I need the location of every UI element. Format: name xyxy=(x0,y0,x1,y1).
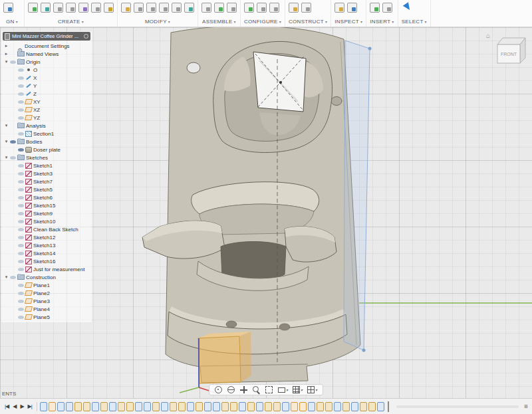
visibility-eye-icon[interactable] xyxy=(18,76,24,80)
timeline-feature-icon[interactable] xyxy=(256,402,263,411)
timeline-feature-icon[interactable] xyxy=(204,402,211,411)
timeline-feature-icon[interactable] xyxy=(325,402,332,411)
timeline-track[interactable] xyxy=(396,405,519,408)
browser-tree-item[interactable]: Sketch16 xyxy=(1,257,92,265)
visibility-eye-icon[interactable] xyxy=(18,244,24,247)
visibility-eye-icon[interactable] xyxy=(18,220,24,223)
browser-tree-item[interactable]: Section1 xyxy=(1,130,92,138)
select-menu[interactable]: SELECT▾ xyxy=(402,19,427,25)
visibility-eye-icon[interactable] xyxy=(18,212,24,215)
rigid-group-icon[interactable] xyxy=(227,3,237,13)
timeline-feature-icon[interactable] xyxy=(265,402,272,411)
timeline-feature-icon[interactable] xyxy=(221,402,229,411)
timeline-options-icon[interactable]: ≡ xyxy=(524,403,529,410)
zoom-icon[interactable] xyxy=(253,386,261,393)
browser-tree-item[interactable]: ▾ Bodies xyxy=(1,138,92,146)
browser-tree-item[interactable]: Just for measurement xyxy=(1,265,92,273)
shell-icon[interactable] xyxy=(146,3,156,13)
browser-tree-item[interactable]: Sketch7 xyxy=(1,177,92,185)
browser-tree-item[interactable]: Plane3 xyxy=(1,297,92,305)
browser-tree-item[interactable]: Sketch9 xyxy=(1,209,92,217)
timeline-feature-icon[interactable] xyxy=(40,402,47,411)
section-box-front[interactable] xyxy=(198,336,241,383)
construction-plane[interactable] xyxy=(344,41,370,350)
visibility-eye-icon[interactable] xyxy=(10,140,16,144)
align-icon[interactable] xyxy=(172,3,182,13)
workspace-label[interactable]: GN▾ xyxy=(3,19,21,25)
sketch-center-point[interactable] xyxy=(279,81,282,84)
browser-tree-item[interactable]: Z xyxy=(1,90,92,98)
timeline-feature-icon[interactable] xyxy=(360,402,367,411)
browser-tree-item[interactable]: ▸ Document Settings xyxy=(1,42,92,50)
inspect-menu[interactable]: INSPECT▾ xyxy=(334,19,362,25)
viewport-canvas[interactable]: Mini Mazzer Coffee Grinder ... ▸ Documen… xyxy=(0,27,532,399)
create-menu[interactable]: CREATE▾ xyxy=(28,19,114,25)
change-parameters-icon[interactable] xyxy=(184,3,194,13)
visibility-eye-icon[interactable] xyxy=(18,316,24,319)
visibility-eye-icon[interactable] xyxy=(18,204,24,207)
mount-hole-right[interactable] xyxy=(331,97,342,106)
browser-tree-item[interactable]: Sketch1 xyxy=(1,161,92,169)
timeline-feature-icon[interactable] xyxy=(161,402,168,411)
new-component-icon[interactable] xyxy=(28,3,38,13)
browser-tree-item[interactable]: Plane4 xyxy=(1,305,92,313)
look-at-icon[interactable] xyxy=(227,386,235,393)
timeline-feature-icon[interactable] xyxy=(317,402,324,411)
offset-plane-icon[interactable] xyxy=(289,3,299,13)
timeline-go-to-end-icon[interactable]: ▶| xyxy=(26,403,34,409)
timeline-feature-icon[interactable] xyxy=(239,402,246,411)
expand-arrow-icon[interactable]: ▾ xyxy=(4,274,9,280)
visibility-eye-icon[interactable] xyxy=(18,284,24,287)
combine-icon[interactable] xyxy=(159,3,169,13)
base-hole-left[interactable] xyxy=(226,321,237,328)
timeline-feature-icon[interactable] xyxy=(247,402,255,411)
browser-tree-item[interactable]: YZ xyxy=(1,114,92,122)
browser-tree-item[interactable]: Plane1 xyxy=(1,281,92,289)
timeline-go-to-start-icon[interactable]: |◀ xyxy=(3,403,11,409)
extrude-icon[interactable] xyxy=(53,3,63,13)
section-analysis-icon[interactable] xyxy=(347,3,357,13)
configure-settings-icon[interactable] xyxy=(269,3,279,13)
timeline-feature-icon[interactable] xyxy=(368,402,376,411)
measure-icon[interactable] xyxy=(334,3,344,13)
expand-arrow-icon[interactable]: ▸ xyxy=(4,51,9,56)
viewports-icon[interactable]: ▾ xyxy=(307,386,317,393)
timeline-feature-icon[interactable] xyxy=(144,402,151,411)
visibility-eye-icon[interactable] xyxy=(18,292,24,295)
comments-panel-label[interactable]: ENTS xyxy=(2,391,16,397)
browser-tree-item[interactable]: Plane5 xyxy=(1,313,92,321)
visibility-eye-icon[interactable] xyxy=(18,108,24,112)
visibility-eye-icon[interactable] xyxy=(18,68,24,72)
timeline-feature-icon[interactable] xyxy=(178,402,186,411)
visibility-eye-icon[interactable] xyxy=(18,116,24,120)
expand-arrow-icon[interactable]: ▾ xyxy=(4,155,9,160)
grid-settings-icon[interactable]: ▾ xyxy=(293,386,303,393)
insert-menu[interactable]: INSERT▾ xyxy=(370,19,394,25)
visibility-eye-icon[interactable] xyxy=(18,308,24,311)
timeline-feature-icon[interactable] xyxy=(57,402,65,411)
visibility-eye-icon[interactable] xyxy=(10,156,16,159)
browser-tree-item[interactable]: Sketch5 xyxy=(1,185,92,193)
timeline-feature-icon[interactable] xyxy=(273,402,281,411)
visibility-eye-icon[interactable] xyxy=(18,268,24,271)
visibility-eye-icon[interactable] xyxy=(18,196,24,199)
fit-icon[interactable] xyxy=(265,386,273,393)
home-icon[interactable]: ⌂ xyxy=(486,32,490,39)
timeline-step-back-icon[interactable]: ◀ xyxy=(11,403,18,409)
orbit-icon[interactable] xyxy=(215,386,223,393)
browser-tree-item[interactable]: O xyxy=(1,66,92,74)
revolve-icon[interactable] xyxy=(66,3,76,13)
timeline-feature-icon[interactable] xyxy=(334,402,341,411)
assemble-menu[interactable]: ASSEMBLE▾ xyxy=(201,19,237,25)
timeline-feature-icon[interactable] xyxy=(66,402,73,411)
timeline-feature-icon[interactable] xyxy=(342,402,350,411)
view-cube[interactable]: ⌂ FRONT xyxy=(485,30,529,74)
browser-tree-item[interactable]: X xyxy=(1,74,92,82)
pattern-icon[interactable] xyxy=(104,3,114,13)
browser-tree-item[interactable]: Plane2 xyxy=(1,289,92,297)
timeline-feature-icon[interactable] xyxy=(213,402,220,411)
visibility-eye-icon[interactable] xyxy=(18,188,24,191)
browser-tree-item[interactable]: ▾ Construction xyxy=(1,273,92,281)
insert-derive-icon[interactable] xyxy=(370,3,380,13)
timeline-position-marker[interactable] xyxy=(388,401,389,412)
